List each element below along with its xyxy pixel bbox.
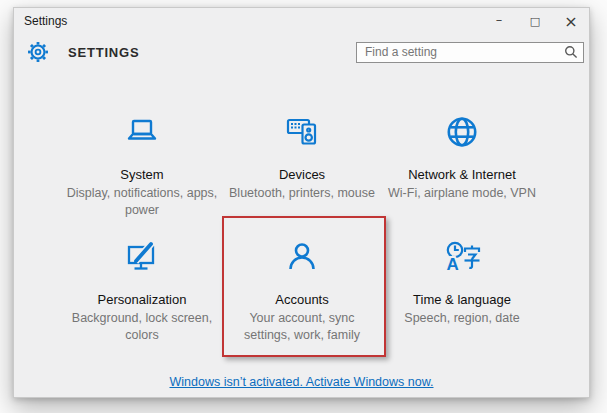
settings-tile-grid: System Display, notifications, apps, pow… xyxy=(62,105,542,355)
tile-network-internet[interactable]: Network & Internet Wi-Fi, airplane mode,… xyxy=(382,105,542,230)
tile-description: Bluetooth, printers, mouse xyxy=(229,185,375,202)
tile-label: Accounts xyxy=(275,292,328,307)
tile-label: System xyxy=(120,167,163,182)
activate-windows-link[interactable]: Windows isn’t activated. Activate Window… xyxy=(169,375,433,389)
person-icon xyxy=(282,238,322,284)
close-icon: × xyxy=(564,12,577,31)
tile-personalization[interactable]: Personalization Background, lock screen,… xyxy=(62,230,222,355)
tile-description: Speech, region, date xyxy=(404,310,519,327)
window-controls: – □ × xyxy=(481,8,589,34)
minimize-button[interactable]: – xyxy=(481,8,517,34)
titlebar[interactable]: Settings – □ × xyxy=(14,8,589,34)
monitor-pen-icon xyxy=(122,238,162,284)
tile-label: Time & language xyxy=(413,292,511,307)
tile-label: Network & Internet xyxy=(408,167,516,182)
svg-text:A: A xyxy=(447,255,459,274)
clock-language-icon: A xyxy=(442,238,482,284)
maximize-icon: □ xyxy=(530,15,540,28)
settings-window: Settings – □ × xyxy=(13,7,590,398)
app-header: SETTINGS xyxy=(26,40,584,64)
tile-description: Display, notifications, apps, power xyxy=(66,185,218,218)
search-box xyxy=(356,42,584,63)
search-input[interactable] xyxy=(356,42,584,63)
globe-icon xyxy=(442,113,482,159)
tile-label: Devices xyxy=(279,167,325,182)
keyboard-speaker-icon xyxy=(282,113,322,159)
tile-system[interactable]: System Display, notifications, apps, pow… xyxy=(62,105,222,230)
window-title: Settings xyxy=(14,14,481,28)
footer: Windows isn’t activated. Activate Window… xyxy=(14,372,589,390)
tile-label: Personalization xyxy=(98,292,187,307)
laptop-icon xyxy=(122,113,162,159)
tile-description: Background, lock screen, colors xyxy=(66,310,218,343)
tile-accounts[interactable]: Accounts Your account, sync settings, wo… xyxy=(222,230,382,355)
gear-icon xyxy=(26,40,50,64)
tile-description: Your account, sync settings, work, famil… xyxy=(226,310,378,343)
tile-time-language[interactable]: A Time & language Speech, region, date xyxy=(382,230,542,355)
tile-devices[interactable]: Devices Bluetooth, printers, mouse xyxy=(222,105,382,230)
close-button[interactable]: × xyxy=(553,8,589,34)
search-icon xyxy=(564,45,578,59)
tile-description: Wi-Fi, airplane mode, VPN xyxy=(388,185,536,202)
minimize-icon: – xyxy=(496,12,503,27)
maximize-button[interactable]: □ xyxy=(517,8,553,34)
page-title: SETTINGS xyxy=(68,45,139,60)
